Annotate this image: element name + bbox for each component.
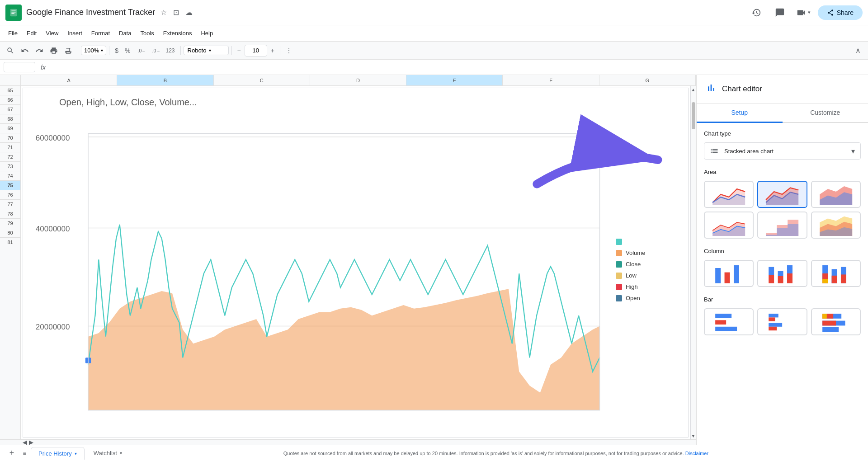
column-chart-thumb-3[interactable] — [811, 260, 861, 287]
menu-insert[interactable]: Insert — [63, 28, 87, 38]
tab-price-history[interactable]: Price History ▾ — [31, 447, 85, 460]
zoom-selector[interactable]: 100% ▾ — [81, 46, 106, 55]
scroll-up-arrow[interactable]: ▲ — [691, 86, 696, 93]
col-header-d[interactable]: D — [310, 75, 406, 85]
video-button[interactable]: ▾ — [794, 4, 812, 22]
horizontal-scrollbar[interactable]: ◀ ▶ — [0, 439, 696, 445]
tab-customize[interactable]: Customize — [783, 103, 868, 122]
menu-data[interactable]: Data — [114, 28, 136, 38]
row-num-77[interactable]: 77 — [0, 200, 20, 209]
menu-extensions[interactable]: Extensions — [159, 28, 197, 38]
row-num-72[interactable]: 72 — [0, 152, 20, 162]
svg-rect-45 — [769, 314, 778, 317]
area-chart-thumb-5[interactable] — [757, 212, 807, 239]
row-num-79[interactable]: 79 — [0, 219, 20, 228]
tab-price-history-dropdown[interactable]: ▾ — [75, 451, 77, 456]
row-num-76[interactable]: 76 — [0, 190, 20, 200]
col-header-a[interactable]: A — [21, 75, 117, 85]
svg-rect-53 — [822, 321, 836, 326]
bar-chart-thumb-2[interactable] — [757, 308, 807, 335]
increase-decimal-button[interactable]: .0→ — [149, 45, 162, 56]
column-chart-thumb-2[interactable] — [757, 260, 807, 287]
menu-file[interactable]: File — [4, 28, 22, 38]
area-chart-thumb-1[interactable] — [704, 181, 754, 208]
percent-button[interactable]: % — [122, 45, 133, 56]
menu-help[interactable]: Help — [196, 28, 217, 38]
decrease-decimal-button[interactable]: .0← — [134, 45, 148, 56]
cloud-save-icon[interactable]: ☁ — [185, 8, 193, 17]
row-num-69[interactable]: 69 — [0, 124, 20, 133]
row-num-70[interactable]: 70 — [0, 133, 20, 143]
formula-input[interactable]: =ROUND(E28, 1) — [51, 64, 864, 71]
cell-reference-input[interactable]: H28 — [4, 62, 35, 72]
bar-section-label: Bar — [704, 296, 861, 303]
comment-button[interactable] — [771, 4, 789, 22]
add-sheet-button[interactable]: + — [5, 447, 18, 460]
undo-button[interactable] — [18, 45, 32, 56]
history-button[interactable] — [747, 4, 765, 22]
row-num-75[interactable]: 75 — [0, 181, 20, 190]
col-header-b[interactable]: B — [117, 75, 213, 85]
share-button[interactable]: Share — [818, 5, 863, 20]
print-button[interactable] — [47, 45, 61, 56]
menu-edit[interactable]: Edit — [22, 28, 41, 38]
area-chart-thumb-6[interactable] — [811, 212, 861, 239]
menu-format[interactable]: Format — [87, 28, 114, 38]
menu-tools[interactable]: Tools — [136, 28, 158, 38]
svg-text:.0: .0 — [137, 47, 142, 53]
currency-button[interactable]: $ — [112, 45, 121, 56]
row-num-65[interactable]: 65 — [0, 86, 20, 95]
row-num-73[interactable]: 73 — [0, 162, 20, 171]
scroll-track[interactable] — [691, 93, 696, 432]
area-chart-thumb-2[interactable] — [757, 181, 807, 208]
tab-watchlist-dropdown[interactable]: ▾ — [120, 451, 122, 456]
font-selector[interactable]: Roboto ▾ — [184, 46, 229, 55]
tab-setup[interactable]: Setup — [697, 103, 783, 123]
row-num-67[interactable]: 67 — [0, 105, 20, 114]
folder-icon[interactable]: ⊡ — [173, 8, 179, 17]
area-chart-grid — [704, 181, 861, 239]
menu-view[interactable]: View — [41, 28, 63, 38]
svg-rect-34 — [787, 273, 793, 283]
scroll-right-arrow[interactable]: ▶ — [29, 439, 33, 445]
font-size-decrease[interactable]: − — [235, 45, 244, 56]
row-num-66[interactable]: 66 — [0, 95, 20, 105]
chart-inner: 60000000 40000000 20000000 — [23, 112, 688, 437]
sheet-content[interactable]: Open, High, Low, Close, Volume... 600000… — [21, 86, 690, 439]
sheet-list-button[interactable]: ≡ — [18, 447, 31, 460]
tab-watchlist[interactable]: Watchlist ▾ — [86, 447, 129, 459]
row-num-81[interactable]: 81 — [0, 238, 20, 247]
paint-format-button[interactable] — [61, 45, 75, 56]
area-chart-thumb-3[interactable] — [811, 181, 861, 208]
search-button[interactable] — [4, 45, 17, 56]
col-header-g[interactable]: G — [599, 75, 696, 85]
bar-chart-thumb-1[interactable] — [704, 308, 754, 335]
scroll-left-arrow[interactable]: ◀ — [23, 439, 27, 445]
bar-chart-thumb-3[interactable] — [811, 308, 861, 335]
scroll-thumb[interactable] — [692, 102, 695, 129]
editor-body: Chart type Stacked area chart ▾ Area — [697, 123, 868, 343]
disclaimer-link[interactable]: Disclaimer — [685, 451, 708, 456]
star-icon[interactable]: ☆ — [160, 8, 167, 17]
col-header-f[interactable]: F — [503, 75, 599, 85]
chart-editor-panel: Chart editor Setup Customize Chart type … — [696, 75, 868, 445]
row-num-74[interactable]: 74 — [0, 171, 20, 181]
col-header-e[interactable]: E — [406, 75, 503, 85]
column-chart-thumb-1[interactable] — [704, 260, 754, 287]
row-num-68[interactable]: 68 — [0, 114, 20, 124]
vertical-scrollbar[interactable]: ▲ ▼ — [690, 86, 696, 439]
collapse-toolbar-button[interactable]: ∧ — [852, 44, 864, 57]
more-options-button[interactable]: ⋮ — [283, 45, 295, 56]
col-header-c[interactable]: C — [214, 75, 310, 85]
row-num-80[interactable]: 80 — [0, 228, 20, 238]
chart-type-selector[interactable]: Stacked area chart ▾ — [704, 142, 861, 160]
redo-button[interactable] — [33, 45, 46, 56]
row-num-78[interactable]: 78 — [0, 209, 20, 219]
format-number-button[interactable]: 123 — [163, 46, 178, 56]
font-size-input[interactable]: 10 — [245, 45, 267, 56]
chart-container[interactable]: Open, High, Low, Close, Volume... 600000… — [23, 88, 689, 437]
row-num-71[interactable]: 71 — [0, 143, 20, 152]
area-chart-thumb-4[interactable] — [704, 212, 754, 239]
font-size-increase[interactable]: + — [268, 45, 277, 56]
scroll-down-arrow[interactable]: ▼ — [691, 432, 696, 439]
